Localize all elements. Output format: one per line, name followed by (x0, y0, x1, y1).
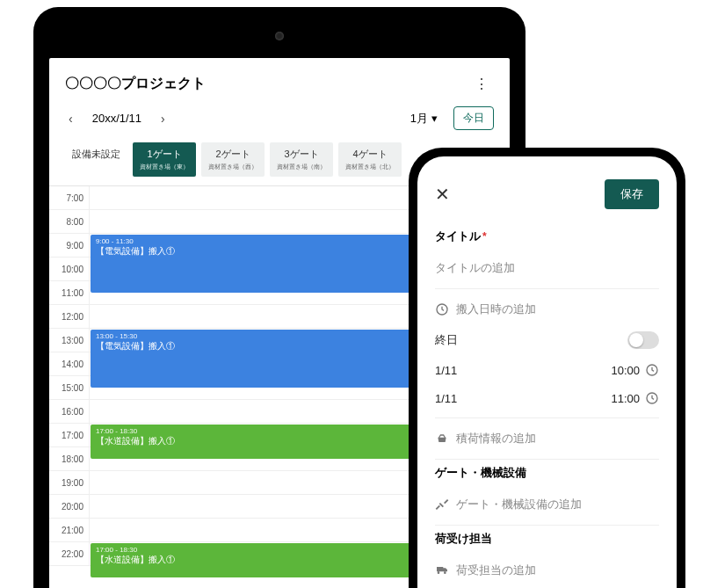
basket-icon (435, 432, 449, 446)
phone-frame: ✕ 保存 タイトル* タイトルの追加 搬入日時の追加 終日 1/11 10:00 (409, 148, 685, 588)
start-date: 1/11 (435, 364, 457, 377)
title-input[interactable]: タイトルの追加 (435, 253, 659, 283)
end-date: 1/11 (435, 392, 457, 405)
end-datetime-row[interactable]: 1/11 11:00 (435, 384, 659, 412)
gate-unset-tab[interactable]: 設備未設定 (65, 142, 127, 177)
hour-label: 14:00 (49, 352, 90, 375)
start-time: 10:00 (611, 364, 640, 377)
divider (435, 288, 659, 289)
date-nav-bar: ‹ 20xx/1/11 › 1月 ▾ 今日 (49, 106, 510, 142)
hour-label: 11:00 (49, 281, 90, 304)
truck-icon (435, 563, 449, 577)
gate-tab-1[interactable]: 1ゲート 資材置き場（東） (133, 142, 196, 177)
project-title: 〇〇〇〇プロジェクト (65, 75, 206, 93)
hour-label: 19:00 (49, 471, 90, 494)
gate-tab-4[interactable]: 4ゲート 資材置き場（北） (338, 142, 402, 177)
divider (435, 459, 659, 460)
modal-header: ✕ 保存 (435, 179, 659, 209)
hour-label: 22:00 (49, 542, 90, 565)
chevron-down-icon: ▾ (431, 112, 438, 125)
required-mark: * (482, 230, 487, 243)
hour-label: 8:00 (49, 210, 90, 233)
tools-icon (435, 497, 449, 512)
hour-label: 18:00 (49, 447, 90, 470)
hour-label: 20:00 (49, 495, 90, 518)
gate-section-label: ゲート・機械設備 (435, 465, 659, 481)
clock-icon (435, 302, 449, 316)
title-field-label: タイトル* (435, 229, 659, 244)
receiver-section-label: 荷受け担当 (435, 531, 659, 547)
clock-icon (645, 391, 659, 405)
hour-label: 10:00 (49, 258, 90, 280)
add-receiver-row[interactable]: 荷受担当の追加 (435, 555, 659, 585)
title-bar: 〇〇〇〇プロジェクト ⋮ (49, 58, 510, 106)
prev-day-button[interactable]: ‹ (65, 110, 76, 127)
tablet-camera (275, 32, 284, 40)
close-icon[interactable]: ✕ (435, 184, 450, 205)
overflow-menu-icon[interactable]: ⋮ (469, 72, 494, 96)
end-time: 11:00 (611, 392, 640, 405)
allday-toggle[interactable] (627, 331, 659, 349)
hour-label: 7:00 (49, 186, 90, 209)
hour-label: 12:00 (49, 305, 90, 328)
add-datetime-row[interactable]: 搬入日時の追加 (435, 294, 659, 324)
gate-tab-3[interactable]: 3ゲート 資材置き場（南） (270, 142, 333, 177)
allday-toggle-row: 終日 (435, 324, 659, 356)
hour-label: 17:00 (49, 424, 90, 446)
today-button[interactable]: 今日 (453, 106, 494, 130)
clock-icon (645, 363, 659, 377)
add-cargo-row[interactable]: 積荷情報の追加 (435, 424, 659, 454)
current-date: 20xx/1/11 (92, 112, 141, 125)
gate-tab-2[interactable]: 2ゲート 資材置き場（西） (201, 142, 265, 177)
hour-label: 21:00 (49, 519, 90, 541)
phone-screen: ✕ 保存 タイトル* タイトルの追加 搬入日時の追加 終日 1/11 10:00 (417, 156, 677, 588)
hour-label: 15:00 (49, 376, 90, 399)
divider (435, 417, 659, 418)
add-gate-row[interactable]: ゲート・機械設備の追加 (435, 490, 659, 519)
allday-label: 終日 (435, 332, 458, 348)
start-datetime-row[interactable]: 1/11 10:00 (435, 356, 659, 384)
save-button[interactable]: 保存 (605, 179, 659, 209)
hour-label: 9:00 (49, 234, 90, 257)
hour-label: 16:00 (49, 400, 90, 423)
month-dropdown[interactable]: 1月 ▾ (410, 111, 438, 127)
month-label: 1月 (410, 111, 428, 127)
next-day-button[interactable]: › (157, 110, 169, 127)
hour-label: 13:00 (49, 329, 90, 352)
divider (435, 525, 659, 526)
